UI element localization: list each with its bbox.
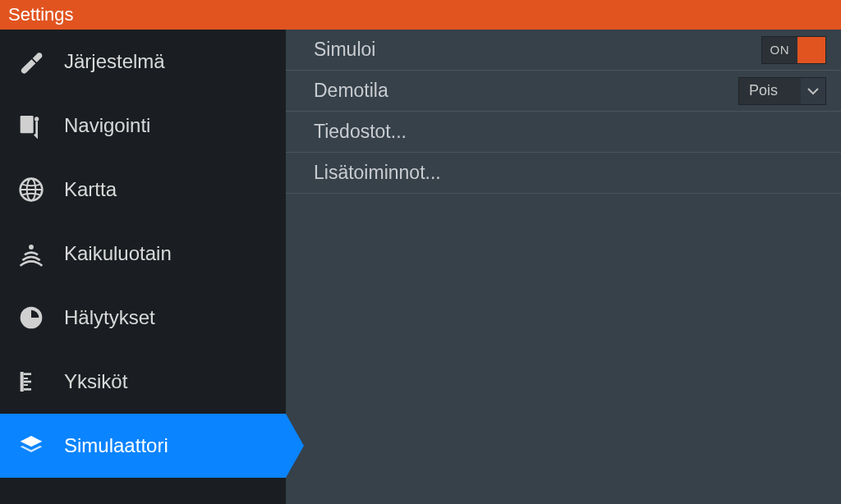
sidebar-item-label: Kaikuluotain — [64, 242, 172, 265]
sonar-icon — [15, 241, 48, 267]
svg-point-13 — [29, 245, 34, 250]
sidebar-item-simulator[interactable]: Simulaattori — [0, 414, 286, 478]
select-value: Pois — [739, 82, 801, 99]
sidebar: Järjestelmä Navigointi Kartta Kaikuluota… — [0, 30, 286, 504]
svg-rect-8 — [30, 121, 32, 122]
sidebar-item-sonar[interactable]: Kaikuluotain — [0, 222, 286, 286]
setting-label: Tiedostot... — [314, 121, 407, 143]
navigation-icon — [15, 112, 48, 139]
header-title: Settings — [8, 4, 74, 25]
sidebar-item-alarms[interactable]: Hälytykset — [0, 286, 286, 350]
svg-rect-3 — [27, 118, 29, 120]
svg-rect-5 — [22, 121, 24, 122]
setting-label: Simuloi — [314, 39, 375, 61]
simulate-toggle[interactable]: ON — [761, 36, 827, 64]
body: Järjestelmä Navigointi Kartta Kaikuluota… — [0, 30, 841, 504]
globe-icon — [15, 176, 48, 203]
sidebar-item-label: Simulaattori — [64, 434, 168, 457]
ruler-icon — [15, 369, 48, 395]
svg-rect-15 — [21, 372, 24, 392]
sidebar-item-system[interactable]: Järjestelmä — [0, 30, 286, 94]
sidebar-item-navigation[interactable]: Navigointi — [0, 94, 286, 158]
header-bar: Settings — [0, 0, 841, 30]
content-panel: Simuloi ON Demotila Pois Tiedostot... Li… — [286, 30, 841, 504]
svg-rect-1 — [22, 118, 24, 120]
svg-rect-2 — [25, 118, 26, 120]
svg-point-9 — [34, 117, 39, 121]
sidebar-item-label: Yksiköt — [64, 370, 127, 393]
sidebar-item-label: Järjestelmä — [64, 50, 165, 73]
sidebar-item-label: Kartta — [64, 178, 117, 201]
svg-rect-4 — [30, 118, 32, 120]
setting-label: Lisätoiminnot... — [314, 162, 441, 184]
demomode-select[interactable]: Pois — [738, 77, 826, 105]
setting-row-files[interactable]: Tiedostot... — [286, 112, 841, 153]
svg-rect-6 — [25, 121, 26, 122]
alarm-icon — [15, 305, 48, 331]
wrench-icon — [15, 48, 48, 75]
toggle-state-label: ON — [762, 43, 798, 57]
sidebar-item-label: Hälytykset — [64, 306, 155, 329]
chevron-down-icon — [801, 78, 825, 104]
toggle-knob — [797, 37, 825, 63]
setting-row-simulate[interactable]: Simuloi ON — [286, 30, 841, 71]
sidebar-item-units[interactable]: Yksiköt — [0, 350, 286, 414]
setting-row-advanced[interactable]: Lisätoiminnot... — [286, 153, 841, 194]
setting-row-demomode[interactable]: Demotila Pois — [286, 71, 841, 112]
setting-label: Demotila — [314, 80, 388, 102]
svg-rect-7 — [27, 121, 29, 122]
layers-icon — [15, 433, 48, 459]
sidebar-item-chart[interactable]: Kartta — [0, 158, 286, 222]
sidebar-item-label: Navigointi — [64, 114, 150, 137]
